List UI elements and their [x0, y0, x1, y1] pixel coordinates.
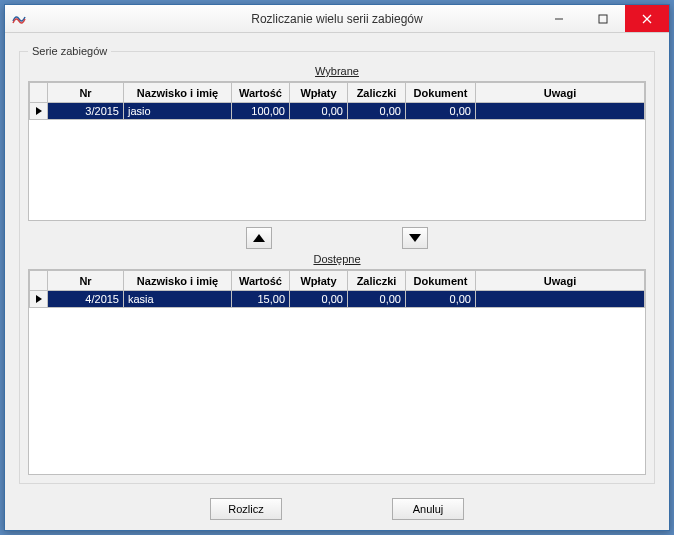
cell-advances: 0,00	[348, 103, 406, 120]
row-indicator	[30, 291, 48, 308]
series-group: Serie zabiegów Wybrane Nr Nazwisko i imi…	[19, 45, 655, 484]
move-up-button[interactable]	[246, 227, 272, 249]
cell-payments: 0,00	[290, 103, 348, 120]
col-value[interactable]: Wartość	[232, 271, 290, 291]
available-section-label: Dostępne	[28, 253, 646, 265]
cell-payments: 0,00	[290, 291, 348, 308]
group-legend: Serie zabiegów	[28, 45, 111, 57]
col-document[interactable]: Dokument	[406, 271, 476, 291]
close-button[interactable]	[625, 5, 669, 32]
col-document[interactable]: Dokument	[406, 83, 476, 103]
current-row-icon	[36, 107, 42, 115]
app-icon	[11, 11, 27, 27]
cell-value: 15,00	[232, 291, 290, 308]
titlebar[interactable]: Rozliczanie wielu serii zabiegów	[5, 5, 669, 33]
cell-nr: 4/2015	[48, 291, 124, 308]
cell-document: 0,00	[406, 103, 476, 120]
settle-button[interactable]: Rozlicz	[210, 498, 282, 520]
app-window: Rozliczanie wielu serii zabiegów Serie z…	[4, 4, 670, 531]
col-notes[interactable]: Uwagi	[476, 83, 645, 103]
cell-notes	[476, 291, 645, 308]
triangle-down-icon	[409, 234, 421, 242]
col-name[interactable]: Nazwisko i imię	[124, 271, 232, 291]
selected-section-label: Wybrane	[28, 65, 646, 77]
cell-advances: 0,00	[348, 291, 406, 308]
row-header-blank	[30, 271, 48, 291]
available-header-row: Nr Nazwisko i imię Wartość Wpłaty Zalicz…	[30, 271, 645, 291]
row-header-blank	[30, 83, 48, 103]
col-name[interactable]: Nazwisko i imię	[124, 83, 232, 103]
selected-grid[interactable]: Nr Nazwisko i imię Wartość Wpłaty Zalicz…	[28, 81, 646, 221]
col-value[interactable]: Wartość	[232, 83, 290, 103]
current-row-icon	[36, 295, 42, 303]
move-down-button[interactable]	[402, 227, 428, 249]
minimize-button[interactable]	[537, 5, 581, 32]
cell-name: jasio	[124, 103, 232, 120]
col-notes[interactable]: Uwagi	[476, 271, 645, 291]
cell-notes	[476, 103, 645, 120]
cell-name: kasia	[124, 291, 232, 308]
svg-rect-1	[599, 15, 607, 23]
window-controls	[537, 5, 669, 32]
col-advances[interactable]: Zaliczki	[348, 271, 406, 291]
action-buttons: Rozlicz Anuluj	[19, 484, 655, 520]
col-nr[interactable]: Nr	[48, 83, 124, 103]
table-row[interactable]: 3/2015 jasio 100,00 0,00 0,00 0,00	[30, 103, 645, 120]
selected-header-row: Nr Nazwisko i imię Wartość Wpłaty Zalicz…	[30, 83, 645, 103]
maximize-button[interactable]	[581, 5, 625, 32]
available-grid[interactable]: Nr Nazwisko i imię Wartość Wpłaty Zalicz…	[28, 269, 646, 475]
row-indicator	[30, 103, 48, 120]
cell-nr: 3/2015	[48, 103, 124, 120]
client-area: Serie zabiegów Wybrane Nr Nazwisko i imi…	[5, 33, 669, 530]
triangle-up-icon	[253, 234, 265, 242]
table-row[interactable]: 4/2015 kasia 15,00 0,00 0,00 0,00	[30, 291, 645, 308]
col-advances[interactable]: Zaliczki	[348, 83, 406, 103]
move-controls	[28, 221, 646, 251]
cell-value: 100,00	[232, 103, 290, 120]
col-nr[interactable]: Nr	[48, 271, 124, 291]
col-payments[interactable]: Wpłaty	[290, 271, 348, 291]
cell-document: 0,00	[406, 291, 476, 308]
col-payments[interactable]: Wpłaty	[290, 83, 348, 103]
cancel-button[interactable]: Anuluj	[392, 498, 464, 520]
